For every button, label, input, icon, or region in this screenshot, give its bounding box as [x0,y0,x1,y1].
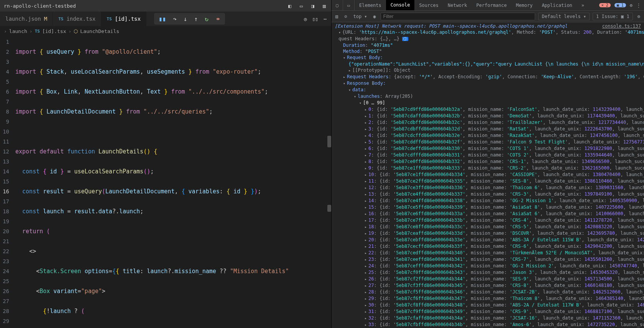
devtools-tab-performance[interactable]: Performance [472,0,511,10]
sidebar-toggle-icon[interactable]: ▤ [334,13,340,20]
eye-icon[interactable]: ◉ [372,13,378,20]
debug-step-into-icon[interactable]: ↓ [184,15,187,23]
ts-icon: TS [35,29,40,34]
launch-row[interactable]: 20: {id: '5eb87cebffd86e000604b33e', mis… [332,237,644,243]
launch-row[interactable]: 30: {id: '5eb87cf8ffd86e000604b348', mis… [332,302,644,308]
launch-row[interactable]: 16: {id: '5eb87ce6ffd86e000604b33a', mis… [332,211,644,217]
layout-right-icon[interactable]: ◨ [310,3,316,9]
error-count[interactable]: × 2 [599,3,611,7]
debug-restart-icon[interactable]: ↻ [205,15,209,23]
scroll-thumb[interactable] [327,205,331,212]
launch-row[interactable]: 28: {id: '5eb87cf5ffd86e000604b346', mis… [332,289,644,295]
launch-row[interactable]: 12: {id: '5eb87ce3ffd86e000604b336', mis… [332,185,644,191]
launch-row[interactable]: 0: {id: '5eb87cd9ffd86e000604b32a', miss… [332,106,644,113]
launch-row[interactable]: 25: {id: '5eb87cf0ffd86e000604b343', mis… [332,269,644,276]
devtools-pane: ▢ ▭ ElementsConsoleSourcesNetworkPerform… [331,0,644,328]
launch-row[interactable]: 9: {id: '5eb87ce1ffd86e000604b333', miss… [332,165,644,171]
file-label: index.tsx [66,16,95,22]
chevron-icon: › [4,28,7,34]
tab-launch-json[interactable]: launch.json M [0,12,53,26]
issues-button[interactable]: 1 Issue: ▣ 1 [593,13,633,20]
info-count[interactable]: ▣ 1 [614,3,626,7]
split-icon[interactable]: ▯▯ [312,16,319,22]
gutter: 1234567891011121314151617181920212223242… [0,36,15,328]
launch-row[interactable]: 7: {id: '5eb87cdfffd86e000604b331', miss… [332,152,644,158]
chevron-icon: › [69,28,72,34]
source-link[interactable]: console.ts:137 [602,23,644,29]
devtools-tab-memory[interactable]: Memory [511,0,537,10]
editor-pane: rn-apollo-client-testbed ◧ ▭ ◨ ▥ launch.… [0,0,331,328]
debug-disconnect-icon[interactable]: ⚭ [215,15,220,23]
filter-input[interactable] [381,13,536,20]
more-icon[interactable]: ⋯ [324,16,327,22]
breadcrumb[interactable]: › launch › TS [id].tsx › ⬡ LaunchDetails [0,26,331,36]
tab-index-tsx[interactable]: TS index.tsx [53,12,101,26]
dock-icon[interactable]: ⋮ [636,3,641,8]
launch-row[interactable]: 15: {id: '5eb87ce5ffd86e000604b339', mis… [332,204,644,211]
devtools-tab-sources[interactable]: Sources [414,0,443,10]
launch-row[interactable]: 27: {id: '5eb87cf3ffd86e000604b345', mis… [332,282,644,289]
launch-row[interactable]: 32: {id: '5eb87cfaffd86e000604b34a', mis… [332,315,644,321]
launch-row[interactable]: 33: {id: '5eb87cfbffd86e000604b34b', mis… [332,321,644,328]
launch-row[interactable]: 6: {id: '5eb87cdeffd86e000604b330', miss… [332,145,644,152]
debug-step-over-icon[interactable]: ↷ [173,15,177,23]
launch-row[interactable]: 3: {id: '5eb87cdbffd86e000604b32d', miss… [332,126,644,132]
launch-row[interactable]: 24: {id: '5eb87cefffd86e000604b342', mis… [332,263,644,269]
file-label: [id].tsx [115,16,141,22]
compare-icon[interactable]: ◎ [304,16,307,22]
code-content[interactable]: import { useQuery } from "@apollo/client… [15,36,331,328]
devtools-tabs: ▢ ▭ ElementsConsoleSourcesNetworkPerform… [332,0,644,11]
more-tabs-icon[interactable]: » [577,0,589,10]
devtools-tab-network[interactable]: Network [443,0,472,10]
clear-console-icon[interactable]: ⊘ [343,13,348,20]
launch-row[interactable]: 14: {id: '5eb87ce4ffd86e000604b338', mis… [332,198,644,204]
launch-row[interactable]: 18: {id: '5eb87ce8ffd86e000604b33c', mis… [332,224,644,230]
launch-row[interactable]: 26: {id: '5eb87cf2ffd86e000604b344', mis… [332,276,644,282]
launch-row[interactable]: 2: {id: '5eb87cdbffd86e000604b32c', miss… [332,119,644,126]
debug-pause-icon[interactable]: ▮▮ [159,15,166,23]
code-area[interactable]: 1234567891011121314151617181920212223242… [0,36,331,328]
console-output[interactable]: console.ts:137[Extension Host] Network r… [332,22,644,328]
crumb-file[interactable]: [id].tsx [42,28,66,34]
device-icon[interactable]: ▭ [343,0,355,10]
scroll-thumb[interactable] [327,136,331,147]
crumb-folder[interactable]: launch [9,28,27,34]
console-toolbar: ▤ ⊘ top ▾ ◉ Default levels ▾ 1 Issue: ▣ … [332,11,644,22]
launch-row[interactable]: 8: {id: '5eb87ce0ffd86e000604b332', miss… [332,158,644,165]
file-label: launch.json [5,16,41,22]
chevron-icon: › [30,28,33,34]
minimap-scrollbar[interactable] [326,36,331,328]
launch-row[interactable]: 17: {id: '5eb87ce7ffd86e000604b33b', mis… [332,217,644,224]
log-header: [Extension Host] Network request: POST m… [332,23,570,29]
gear-icon[interactable]: ⚙ [630,3,632,8]
launch-row[interactable]: 22: {id: '5eb87cedffd86e000604b340', mis… [332,250,644,256]
layout-bottom-icon[interactable]: ▭ [298,3,304,9]
devtools-tab-elements[interactable]: Elements [355,0,386,10]
ts-icon: TS [107,16,112,21]
crumb-symbol[interactable]: LaunchDetails [80,28,119,34]
layout-left-icon[interactable]: ◧ [287,3,293,9]
launch-row[interactable]: 21: {id: '5eb87cecffd86e000604b33f', mis… [332,243,644,250]
inspect-icon[interactable]: ▢ [332,0,343,10]
launch-row[interactable]: 23: {id: '5eb87ceeffd86e000604b341', mis… [332,256,644,263]
log-levels-select[interactable]: Default levels ▾ [538,13,590,20]
launch-row[interactable]: 11: {id: '5eb87ce2ffd86e000604b335', mis… [332,178,644,185]
context-selector[interactable]: top ▾ [352,13,368,20]
launch-row[interactable]: 5: {id: '5eb87cddffd86e000604b32f', miss… [332,139,644,145]
launch-row[interactable]: 29: {id: '5eb87cf6ffd86e000604b347', mis… [332,295,644,302]
settings-icon[interactable]: ⚙ [636,13,642,20]
devtools-tab-console[interactable]: Console [386,0,415,10]
devtools-tab-application[interactable]: Application [537,0,577,10]
launch-row[interactable]: 19: {id: '5eb87ceaffd86e000604b33d', mis… [332,230,644,237]
debug-step-out-icon[interactable]: ↑ [194,15,198,23]
launch-row[interactable]: 1: {id: '5eb87cdaffd86e000604b32b', miss… [332,113,644,119]
launch-row[interactable]: 4: {id: '5eb87cdcffd86e000604b32e', miss… [332,132,644,139]
ts-icon: TS [58,16,63,21]
symbol-icon: ⬡ [74,28,78,34]
launch-row[interactable]: 31: {id: '5eb87cf9ffd86e000604b349', mis… [332,308,644,315]
launch-row[interactable]: 10: {id: '5eb87ce1ffd86e000604b334', mis… [332,171,644,178]
tab-id-tsx[interactable]: TS [id].tsx [101,12,146,26]
launch-row[interactable]: 13: {id: '5eb87ce4ffd86e000604b337', mis… [332,191,644,198]
window-title: rn-apollo-client-testbed [4,3,287,9]
layout-grid-icon[interactable]: ▥ [321,3,327,9]
